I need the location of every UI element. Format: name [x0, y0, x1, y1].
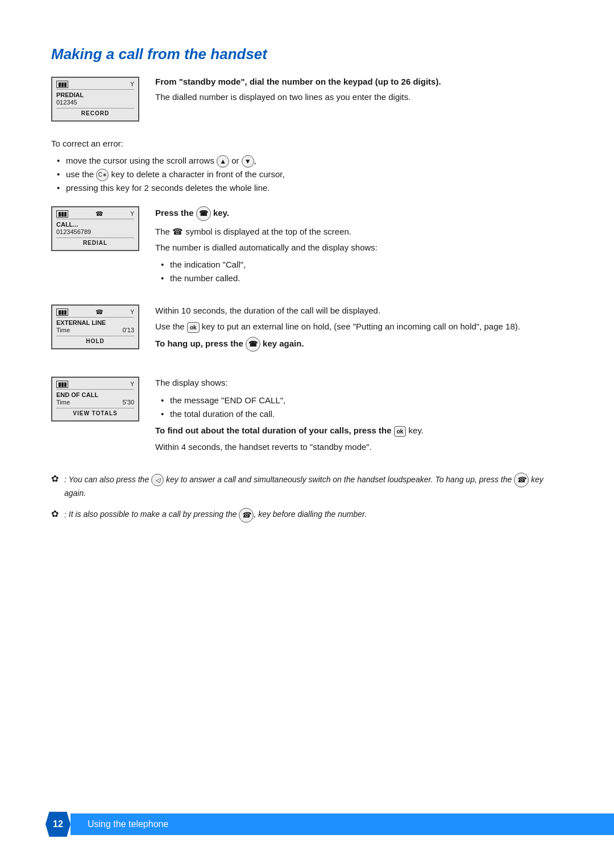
lcd-end-time-value: 5'30	[123, 399, 134, 406]
find-out-text: To find out about the total duration of …	[155, 424, 563, 437]
section2-bullet-1: the indication "Call",	[161, 258, 563, 272]
section-press: ▮▮▮ ☎ Y CALL... 0123456789 REDIAL Press …	[51, 206, 563, 289]
scroll-down-btn: ▼	[242, 155, 254, 168]
lcd-call-signal: Y	[130, 211, 134, 217]
section2-bullet-2: the number called.	[161, 272, 563, 285]
lcd-call-battery: ▮▮▮	[56, 210, 68, 218]
find-out-bold: To find out about the total duration of …	[155, 425, 392, 435]
error-intro: To correct an error:	[51, 137, 563, 151]
lcd-call-button: REDIAL	[56, 237, 134, 246]
ok-key-hold: ok	[187, 322, 200, 333]
tip-text-2: : It is also possible to make a call by …	[64, 508, 367, 523]
page-title: Making a call from the handset	[51, 45, 563, 63]
lcd-hold-battery: ▮▮▮	[56, 308, 68, 316]
lcd-hold-phone-icon: ☎	[96, 308, 103, 316]
section3-desc1: Within 10 seconds, the duration of the c…	[155, 304, 563, 318]
lcd-hold-time-label: Time	[56, 327, 70, 333]
page-footer: 12 Using the telephone	[0, 812, 614, 837]
press-instruction: Press the ☎ key.	[155, 206, 563, 221]
find-out-end: key.	[409, 425, 424, 435]
tip-icon-1: ✿	[51, 473, 59, 484]
hangup-key-icon: ☎	[246, 337, 260, 352]
lcd-call-value: 0123456789	[56, 228, 134, 235]
section1-text: From "standby mode", dial the number on …	[155, 77, 563, 107]
section2-text: Press the ☎ key. The ☎ symbol is display…	[155, 206, 563, 289]
hangup-instruction: To hang up, press the ☎ key again.	[155, 337, 563, 352]
speaker-key-icon: ◁	[151, 474, 164, 486]
error-correction: To correct an error: move the cursor usi…	[51, 137, 563, 195]
delete-key-btn: C∗	[96, 169, 109, 181]
lcd-hold: ▮▮▮ ☎ Y EXTERNAL LINE Time 0'13 HOLD	[51, 304, 139, 349]
section4-bullet-1: the message "END OF CALL",	[161, 394, 563, 407]
error-bullet-2: use the C∗ key to delete a character in …	[57, 168, 563, 181]
section3-desc2: Use the ok key to put an external line o…	[155, 320, 563, 333]
page-content: Making a call from the handset ▮▮▮ Y PRE…	[0, 0, 614, 587]
section4-bullet-2: the total duration of the call.	[161, 407, 563, 421]
lcd-call: ▮▮▮ ☎ Y CALL... 0123456789 REDIAL	[51, 206, 139, 251]
ok-key-total: ok	[394, 426, 406, 437]
section1-bold: From "standby mode", dial the number on …	[155, 77, 563, 86]
lcd-hold-button: HOLD	[56, 336, 134, 344]
section2-desc1: The ☎ symbol is displayed at the top of …	[155, 226, 563, 239]
tip-2: ✿ : It is also possible to make a call b…	[51, 508, 563, 523]
hangup-key2-icon: ☎	[514, 473, 529, 487]
section2-bullets: the indication "Call", the number called…	[161, 258, 563, 285]
lcd-signal-icon: Y	[130, 81, 134, 87]
section-dial: ▮▮▮ Y PREDIAL 012345 RECORD From "standb…	[51, 77, 563, 122]
lcd-end-battery: ▮▮▮	[56, 381, 68, 388]
section-end: ▮▮▮ Y END OF CALL Time 5'30 VIEW TOTALS …	[51, 377, 563, 457]
lcd-call-label: CALL...	[56, 221, 134, 228]
lcd-predial-value: 012345	[56, 99, 134, 106]
lcd-call-phone-icon: ☎	[96, 210, 103, 218]
lcd-end-time-label: Time	[56, 399, 70, 406]
tip-icon-2: ✿	[51, 508, 59, 519]
lcd-end-label: END OF CALL	[56, 391, 134, 398]
section4-text: The display shows: the message "END OF C…	[155, 377, 563, 457]
scroll-up-btn: ▲	[217, 155, 229, 168]
error-bullet-list: move the cursor using the scroll arrows …	[57, 154, 563, 195]
call-key-icon: ☎	[196, 206, 211, 221]
lcd-hold-label: EXTERNAL LINE	[56, 319, 134, 326]
lcd-end: ▮▮▮ Y END OF CALL Time 5'30 VIEW TOTALS	[51, 377, 139, 422]
lcd-end-signal: Y	[130, 381, 134, 387]
footer-section-label: Using the telephone	[70, 813, 614, 835]
error-bullet-1: move the cursor using the scroll arrows …	[57, 154, 563, 168]
lcd-hold-signal: Y	[130, 309, 134, 315]
tip-1: ✿ : You can also press the ◁ key to answ…	[51, 473, 563, 500]
section-hold: ▮▮▮ ☎ Y EXTERNAL LINE Time 0'13 HOLD Wit…	[51, 304, 563, 361]
section4-bullets: the message "END OF CALL", the total dur…	[161, 394, 563, 421]
lcd-predial-button: RECORD	[56, 108, 134, 116]
call-key2-icon: ☎	[239, 508, 254, 523]
standby-text: Within 4 seconds, the handset reverts to…	[155, 441, 563, 454]
display-shows: The display shows:	[155, 377, 563, 390]
section1-normal: The dialled number is displayed on two l…	[155, 91, 563, 104]
lcd-end-button: VIEW TOTALS	[56, 408, 134, 416]
page-number-badge: 12	[45, 812, 70, 837]
lcd-battery-icon: ▮▮▮	[56, 81, 68, 88]
lcd-predial-label: PREDIAL	[56, 91, 134, 98]
tip-text-1: : You can also press the ◁ key to answer…	[64, 473, 563, 500]
error-bullet-3: pressing this key for 2 seconds deletes …	[57, 181, 563, 195]
lcd-hold-time-value: 0'13	[123, 327, 134, 333]
lcd-predial: ▮▮▮ Y PREDIAL 012345 RECORD	[51, 77, 139, 122]
section3-text: Within 10 seconds, the duration of the c…	[155, 304, 563, 361]
section2-desc2: The number is dialled automatically and …	[155, 241, 563, 254]
